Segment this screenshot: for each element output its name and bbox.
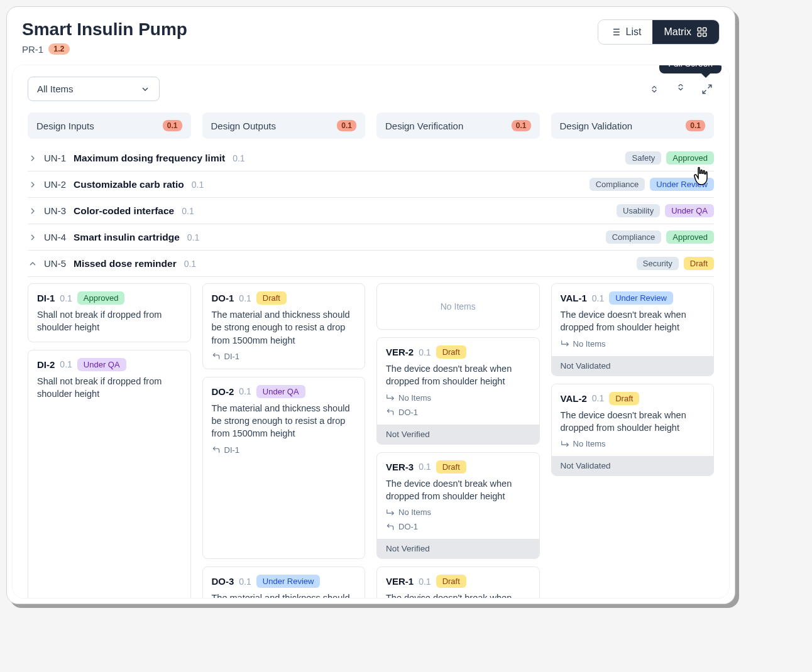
card-version: 0.1 [239, 293, 251, 303]
expand-chevron-icon[interactable] [28, 232, 39, 242]
card-footer-status: Not Verified [377, 539, 539, 558]
row-title: Missed dose reminder [74, 258, 177, 269]
item-card[interactable]: DI-20.1Under QAShall not break if droppe… [28, 350, 191, 599]
row-id: UN-5 [44, 258, 66, 269]
column-count-badge: 0.1 [163, 120, 182, 131]
card-version: 0.1 [419, 347, 431, 357]
card-status-tag: Draft [609, 392, 639, 405]
item-card[interactable]: VER-10.1DraftThe device doesn't break wh… [376, 566, 540, 599]
requirement-rows: UN-1Maximum dosing frequency limit0.1Saf… [28, 145, 714, 277]
card-id: DO-1 [212, 293, 234, 303]
child-no-items: No Items [561, 439, 705, 448]
fullscreen-tooltip: Full Screen [659, 65, 721, 73]
column-header-design-verification[interactable]: Design Verification 0.1 [376, 112, 540, 139]
sort-button[interactable] [647, 82, 661, 96]
parent-ref: DI-1 [212, 445, 356, 455]
category-tag: Compliance [606, 230, 662, 244]
card-description: The device doesn't break when dropped fr… [386, 477, 530, 503]
column-header-design-outputs[interactable]: Design Outputs 0.1 [202, 112, 366, 139]
parent-ref: DO-1 [386, 408, 530, 417]
item-card[interactable]: VER-20.1DraftThe device doesn't break wh… [376, 337, 540, 445]
row-title: Customizable carb ratio [74, 179, 184, 190]
row-title: Maximum dosing frequency limit [74, 153, 225, 164]
row-title: Color-coded interface [74, 205, 174, 217]
item-card[interactable]: DO-10.1DraftThe material and thickness s… [202, 283, 366, 369]
column-header-design-inputs[interactable]: Design Inputs 0.1 [28, 112, 191, 139]
item-card[interactable]: DO-30.1Under ReviewThe material and thic… [202, 566, 366, 599]
content-panel: All Items Full Screen [12, 65, 730, 599]
app-window: Smart Insulin Pump PR-1 1.2 List Matrix [6, 6, 735, 604]
card-version: 0.1 [592, 393, 604, 403]
card-version: 0.1 [60, 293, 72, 303]
card-footer-status: Not Verified [377, 425, 539, 444]
card-id: VAL-2 [561, 393, 587, 404]
item-card[interactable]: VAL-10.1Under ReviewThe device doesn't b… [551, 283, 715, 376]
card-id: DO-2 [212, 386, 234, 397]
row-version: 0.1 [233, 153, 244, 163]
card-description: Shall not break if dropped from shoulder… [37, 375, 182, 401]
version-badge: 1.2 [48, 43, 69, 55]
item-card[interactable]: VAL-20.1DraftThe device doesn't break wh… [551, 384, 715, 477]
child-no-items: No Items [386, 393, 530, 403]
column-count-badge: 0.1 [512, 120, 531, 131]
requirement-row[interactable]: UN-3Color-coded interface0.1UsabilityUnd… [28, 198, 714, 224]
column-design-outputs: DO-10.1DraftThe material and thickness s… [202, 283, 366, 599]
card-description: The device doesn't break when [386, 592, 530, 599]
card-description: The device doesn't break when dropped fr… [561, 409, 705, 435]
card-description: Shall not break if dropped from shoulder… [37, 308, 182, 334]
requirement-row[interactable]: UN-1Maximum dosing frequency limit0.1Saf… [28, 145, 714, 171]
card-id: VER-2 [386, 347, 414, 357]
item-card[interactable]: DI-10.1ApprovedShall not break if droppe… [28, 283, 191, 342]
list-view-button[interactable]: List [598, 20, 653, 44]
card-version: 0.1 [419, 462, 431, 472]
svg-rect-7 [703, 28, 706, 31]
filter-select-label: All Items [37, 84, 74, 94]
card-description: The device doesn't break when dropped fr… [561, 308, 705, 334]
card-version: 0.1 [419, 577, 431, 587]
card-footer-status: Not Validated [552, 356, 714, 376]
status-tag: Draft [684, 257, 714, 270]
status-tag: Approved [666, 230, 714, 244]
expand-chevron-icon[interactable] [28, 206, 39, 216]
parent-ref: DI-1 [212, 352, 356, 361]
card-description: The device doesn't break when dropped fr… [386, 362, 530, 388]
svg-rect-8 [703, 33, 706, 36]
column-design-verification: No ItemsVER-20.1DraftThe device doesn't … [376, 283, 540, 599]
expand-chevron-icon[interactable] [28, 153, 39, 163]
column-title: Design Outputs [211, 121, 276, 131]
svg-line-10 [708, 85, 711, 88]
row-version: 0.1 [182, 206, 194, 216]
project-id: PR-1 [22, 44, 43, 55]
card-status-tag: Under QA [256, 385, 305, 398]
card-description: The material and thickness should [212, 592, 356, 599]
card-version: 0.1 [239, 577, 251, 587]
cards-grid: DI-10.1ApprovedShall not break if droppe… [28, 283, 714, 599]
requirement-row[interactable]: UN-5Missed dose reminder0.1SecurityDraft [28, 251, 714, 277]
requirement-row[interactable]: UN-2Customizable carb ratio0.1Compliance… [28, 171, 714, 198]
chevron-down-icon [140, 84, 150, 94]
item-card[interactable]: VER-30.1DraftThe device doesn't break wh… [376, 452, 540, 560]
card-version: 0.1 [60, 359, 72, 369]
matrix-view-button[interactable]: Matrix [652, 20, 719, 44]
collapse-button[interactable] [674, 82, 688, 96]
item-card[interactable]: DO-20.1Under QAThe material and thicknes… [202, 377, 366, 559]
card-description: The material and thickness should be str… [212, 402, 356, 440]
card-id: VAL-1 [561, 293, 587, 303]
category-tag: Safety [625, 151, 661, 165]
fullscreen-button[interactable] [700, 82, 714, 96]
card-id: DI-1 [37, 293, 55, 303]
status-tag: Under QA [665, 204, 714, 217]
column-title: Design Verification [385, 121, 463, 131]
row-version: 0.1 [192, 180, 204, 190]
expand-chevron-icon[interactable] [28, 180, 39, 190]
card-status-tag: Draft [436, 460, 466, 474]
column-header-design-validation[interactable]: Design Validation 0.1 [551, 112, 715, 139]
grid-icon [696, 26, 708, 38]
filter-select[interactable]: All Items [28, 77, 160, 101]
requirement-row[interactable]: UN-4Smart insulin cartridge0.1Compliance… [28, 224, 714, 251]
card-status-tag: Draft [256, 291, 287, 305]
category-tag: Usability [617, 204, 660, 217]
page-title: Smart Insulin Pump [22, 19, 187, 40]
row-version: 0.1 [184, 259, 196, 269]
expand-chevron-icon[interactable] [28, 259, 39, 269]
